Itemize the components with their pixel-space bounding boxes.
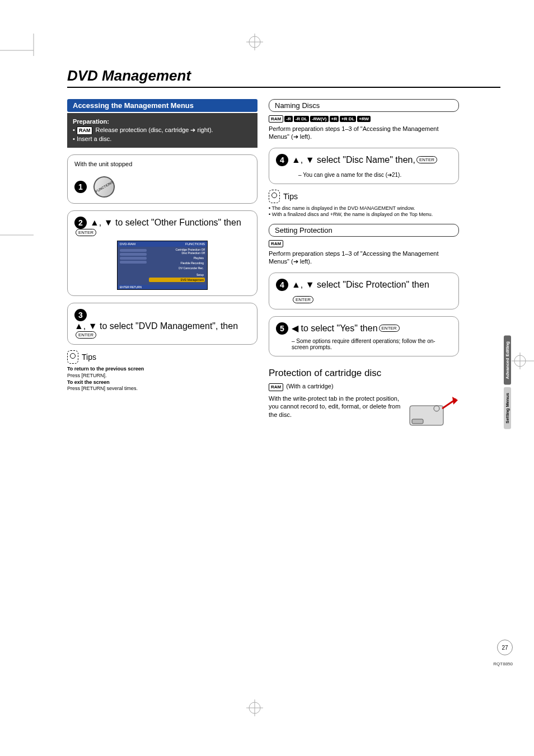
enter-icon: ENTER bbox=[76, 331, 96, 339]
crop-mark bbox=[0, 34, 39, 257]
svg-rect-5 bbox=[412, 419, 423, 424]
mini-side-item bbox=[120, 261, 147, 264]
mini-side-item bbox=[120, 249, 147, 252]
cartridge-heading: Protection of cartridge disc bbox=[269, 368, 459, 379]
functions-button-icon: FUNCTIONS bbox=[90, 172, 119, 201]
mini-bottom: ENTER RETURN bbox=[118, 285, 207, 289]
protect-step5-text: ◀ to select "Yes" then bbox=[292, 323, 378, 334]
disc-badge: -RW(V) bbox=[310, 116, 329, 122]
mini-side-item bbox=[120, 257, 147, 260]
step-number-4: 4 bbox=[276, 154, 288, 166]
side-tab-setting-menus: Setting Menus bbox=[504, 387, 511, 429]
tips-t2: Press [RETURN] several times. bbox=[67, 386, 138, 391]
registration-mark-top bbox=[246, 34, 263, 50]
step-number-3: 3 bbox=[74, 309, 87, 321]
step1-caption: With the unit stopped bbox=[74, 161, 250, 167]
disc-badge: RAM bbox=[269, 383, 283, 391]
naming-tip1: The disc name is displayed in the DVD MA… bbox=[269, 205, 459, 212]
naming-step4-note: – You can give a name for the disc (➔21)… bbox=[298, 172, 452, 178]
naming-step4-card: 4 ▲, ▼ select "Disc Name" then, ENTER – … bbox=[269, 148, 459, 184]
protect-step4-text: ▲, ▼ select "Disc Protection" then bbox=[292, 280, 429, 290]
tips-h2: To exit the screen bbox=[67, 379, 110, 385]
step-number-2: 2 bbox=[74, 217, 87, 229]
disc-badge: RAM bbox=[269, 115, 283, 123]
step-number-1: 1 bbox=[74, 181, 87, 193]
mini-side-item bbox=[120, 253, 147, 256]
mini-opt: Playlists bbox=[149, 256, 205, 260]
disc-badge: +RW bbox=[357, 116, 371, 122]
naming-discs-header: Naming Discs bbox=[269, 99, 459, 112]
tips-h1: To return to the previous screen bbox=[67, 366, 144, 372]
bulb-icon bbox=[269, 190, 280, 203]
document-code: RQT8850 bbox=[493, 661, 513, 666]
naming-tip2: With a finalized discs and +RW, the name… bbox=[269, 212, 459, 218]
protect-intro: Perform preparation steps 1–3 of "Access… bbox=[269, 250, 459, 266]
tips-label: Tips bbox=[82, 353, 96, 361]
enter-icon: ENTER bbox=[379, 325, 400, 332]
onscreen-menu-illustration: DVD-RAM FUNCTIONS Cartridge Protection O… bbox=[117, 241, 208, 290]
step3-text: ▲, ▼ to select "DVD Management", then bbox=[74, 321, 238, 331]
mini-opt: Flexible Recording bbox=[149, 261, 205, 265]
step2-text: ▲, ▼ to select "Other Functions" then bbox=[90, 218, 241, 228]
tips-text-block: To return to the previous screen Press [… bbox=[67, 366, 257, 392]
naming-step4-text: ▲, ▼ select "Disc Name" then, bbox=[292, 155, 415, 165]
page-number: 27 bbox=[497, 640, 513, 655]
protect-step5-card: 5 ◀ to select "Yes" then ENTER – Some op… bbox=[269, 316, 459, 356]
enter-icon: ENTER bbox=[76, 229, 96, 236]
bulb-icon bbox=[67, 350, 78, 364]
step1-card: With the unit stopped 1 FUNCTIONS bbox=[67, 154, 257, 204]
mini-opt: Setup bbox=[149, 273, 205, 277]
ram-badge: RAM bbox=[77, 126, 93, 135]
protect-step5-note: – Some options require different operati… bbox=[292, 338, 452, 350]
step2-card: 2 ▲, ▼ to select "Other Functions" then … bbox=[67, 210, 257, 296]
prep-line2: Insert a disc. bbox=[77, 135, 111, 142]
enter-icon: ENTER bbox=[293, 296, 313, 303]
mini-info2: Disc Protection Off bbox=[149, 251, 205, 255]
registration-mark-bottom bbox=[246, 699, 263, 716]
disc-badge: +R bbox=[330, 116, 339, 122]
right-column: Naming Discs RAM -R -R DL -RW(V) +R +R D… bbox=[269, 99, 459, 428]
step-number-5: 5 bbox=[276, 322, 288, 335]
disc-badge: -R DL bbox=[294, 116, 309, 122]
protect-step4-card: 4 ▲, ▼ select "Disc Protection" then ENT… bbox=[269, 273, 459, 309]
disc-badge: -R bbox=[284, 116, 292, 122]
setting-protection-header: Setting Protection bbox=[269, 224, 459, 237]
step-number-4: 4 bbox=[276, 279, 288, 291]
page-title: DVD Management bbox=[67, 67, 500, 84]
title-rule bbox=[67, 87, 500, 88]
naming-tips-block: The disc name is displayed in the DVD MA… bbox=[269, 205, 459, 218]
disc-badge: RAM bbox=[269, 240, 283, 247]
left-column: Accessing the Management Menus Preparati… bbox=[67, 99, 257, 428]
tips-label: Tips bbox=[283, 192, 298, 201]
registration-mark-right bbox=[512, 353, 534, 369]
preparation-box: Preparation: • RAM Release protection (d… bbox=[67, 113, 257, 148]
mini-opt-highlighted: DVD Management bbox=[149, 278, 205, 282]
mini-menu: FUNCTIONS bbox=[185, 242, 205, 246]
tips-t1: Press [RETURN]. bbox=[67, 373, 107, 378]
cartridge-text: With the write-protect tab in the protec… bbox=[269, 395, 404, 419]
mini-opt: DV Camcorder Rec. bbox=[149, 266, 205, 270]
enter-icon: ENTER bbox=[416, 156, 437, 163]
disc-badge: +R DL bbox=[340, 116, 356, 122]
side-tab-advanced-editing: Advanced Editing bbox=[504, 336, 511, 385]
prep-line1: Release protection (disc, cartridge ➔ ri… bbox=[95, 126, 213, 133]
step3-card: 3 ▲, ▼ to select "DVD Management", then … bbox=[67, 303, 257, 345]
cartridge-qualifier: (With a cartridge) bbox=[286, 383, 333, 389]
side-tabs: Advanced Editing Setting Menus bbox=[504, 336, 513, 431]
naming-intro: Perform preparation steps 1–3 of "Access… bbox=[269, 125, 459, 141]
naming-badges: RAM -R -R DL -RW(V) +R +R DL +RW bbox=[269, 115, 459, 123]
prep-heading: Preparation: bbox=[73, 118, 109, 125]
cartridge-icon bbox=[409, 395, 459, 428]
section-accessing-menus: Accessing the Management Menus bbox=[67, 99, 257, 112]
mini-brand: DVD-RAM bbox=[120, 242, 135, 246]
